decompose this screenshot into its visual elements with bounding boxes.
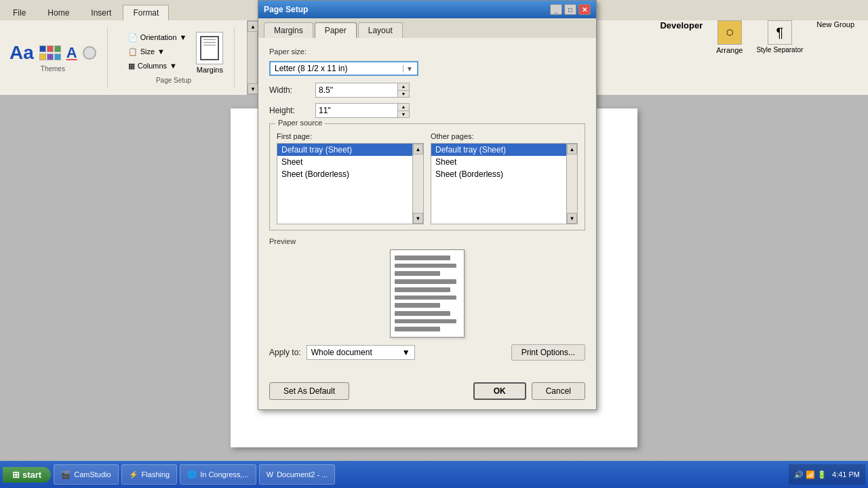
taskbar-item-document[interactable]: W Document2 - ... [259, 464, 336, 485]
other-pages-scroll-up[interactable]: ▲ [567, 144, 577, 155]
first-page-scrollbar[interactable]: ▲ ▼ [412, 144, 423, 224]
scroll-down-btn[interactable]: ▼ [248, 83, 258, 94]
ok-button[interactable]: OK [473, 382, 526, 400]
paper-size-arrow-icon: ▼ [403, 65, 413, 73]
other-pages-item-2[interactable]: Sheet (Borderless) [431, 168, 577, 180]
congress-label: In Congress,... [200, 470, 249, 479]
dialog-tab-layout[interactable]: Layout [358, 22, 403, 38]
preview-line-6 [395, 296, 456, 300]
size-icon: 📋 [128, 47, 138, 56]
width-up-button[interactable]: ▲ [398, 83, 409, 90]
paper-source-groupbox: Paper source First page: Default tray (S… [269, 123, 585, 230]
taskbar-item-congress[interactable]: 🌐 In Congress,... [180, 464, 256, 485]
developer-group: Developer [660, 20, 703, 54]
maximize-button[interactable]: □ [564, 4, 576, 15]
print-options-button[interactable]: Print Options... [511, 344, 585, 361]
width-input[interactable] [316, 83, 397, 97]
first-page-scroll-up[interactable]: ▲ [413, 144, 423, 155]
new-group-label: New Group [816, 20, 854, 28]
scroll-up-btn[interactable]: ▲ [248, 21, 258, 32]
dialog-tab-bar: Margins Paper Layout [258, 18, 596, 38]
other-pages-col: Other pages: Default tray (Sheet) Sheet … [431, 132, 578, 224]
other-pages-scroll-down[interactable]: ▼ [567, 213, 577, 224]
width-down-button[interactable]: ▼ [398, 90, 409, 97]
minimize-button[interactable]: _ [550, 4, 562, 15]
circle-icon [83, 46, 96, 60]
size-dropdown-arrow: ▼ [157, 47, 165, 56]
browser-icon: 🌐 [187, 470, 197, 479]
ribbon-right-area: Developer ⬡ Arrange ¶ Style Separator Ne… [660, 20, 854, 54]
margins-label: Margins [197, 66, 223, 74]
taskbar-item-camstudio[interactable]: 🎬 CamStudio [54, 464, 118, 485]
preview-line-1 [395, 256, 450, 260]
height-spinbox[interactable]: ▲ ▼ [315, 103, 410, 118]
size-button[interactable]: 📋 Size ▼ [124, 46, 191, 58]
width-spinbox-buttons: ▲ ▼ [397, 83, 409, 97]
height-input[interactable] [316, 104, 397, 117]
margins-button[interactable]: Margins [196, 32, 223, 74]
start-label: start [22, 470, 41, 480]
first-page-item-1[interactable]: Sheet [277, 156, 423, 168]
apply-to-combo[interactable]: Whole document ▼ [307, 345, 415, 360]
preview-line-4 [395, 279, 456, 284]
taskbar-item-flashing[interactable]: ⚡ Flashing [121, 464, 178, 485]
height-up-button[interactable]: ▲ [398, 104, 409, 110]
preview-box [390, 249, 465, 338]
other-pages-label: Other pages: [431, 132, 578, 140]
preview-line-9 [395, 319, 456, 324]
paper-size-section-label: Paper size: [269, 47, 585, 56]
columns-button[interactable]: ▦ Columns ▼ [124, 60, 191, 72]
titlebar-buttons: _ □ ✕ [550, 4, 591, 15]
color-swatches [39, 45, 61, 60]
dialog-tab-margins[interactable]: Margins [264, 22, 313, 38]
first-page-item-2[interactable]: Sheet (Borderless) [277, 168, 423, 180]
arrange-label: Arrange [716, 46, 743, 54]
font-style-a-icon: A [66, 44, 77, 62]
paper-size-combo[interactable]: Letter (8 1/2 x 11 in) ▼ [269, 61, 418, 76]
style-separator-group: ¶ Style Separator [756, 20, 803, 54]
first-page-col: First page: Default tray (Sheet) Sheet S… [277, 132, 424, 224]
camstudio-icon: 🎬 [61, 470, 71, 479]
dialog-tab-paper[interactable]: Paper [315, 22, 357, 38]
style-separator-icon: ¶ [768, 20, 792, 45]
columns-icon: ▦ [128, 62, 135, 70]
dialog-title: Page Setup [264, 5, 308, 14]
dialog-titlebar: Page Setup _ □ ✕ [258, 1, 596, 18]
apply-row: Apply to: Whole document ▼ Print Options… [269, 344, 585, 361]
other-pages-item-0[interactable]: Default tray (Sheet) [431, 144, 577, 156]
windows-logo-icon: ⊞ [12, 470, 20, 480]
other-pages-scrollbar[interactable]: ▲ ▼ [566, 144, 577, 224]
set-as-default-button[interactable]: Set As Default [269, 382, 349, 400]
taskbar: ⊞ start 🎬 CamStudio ⚡ Flashing 🌐 In Cong… [0, 461, 868, 488]
first-page-item-0[interactable]: Default tray (Sheet) [277, 144, 423, 156]
orientation-dropdown-arrow: ▼ [180, 33, 187, 41]
flashing-label: Flashing [142, 470, 170, 479]
first-page-scroll-down[interactable]: ▼ [413, 213, 423, 224]
width-spinbox[interactable]: ▲ ▼ [315, 83, 410, 98]
themes-group-label: Themes [41, 65, 65, 73]
start-button[interactable]: ⊞ start [3, 467, 51, 483]
other-pages-listbox[interactable]: Default tray (Sheet) Sheet Sheet (Border… [431, 143, 578, 224]
system-icons: 🔊 📶 🔋 [794, 470, 827, 479]
apply-label: Apply to: [269, 348, 301, 357]
preview-line-7 [395, 303, 440, 308]
tab-file[interactable]: File [3, 5, 36, 20]
other-pages-item-1[interactable]: Sheet [431, 156, 577, 168]
tab-format[interactable]: Format [123, 5, 169, 20]
width-label: Width: [269, 85, 310, 95]
ribbon-scrollbar[interactable]: ▲ ▼ [247, 20, 258, 95]
preview-line-3 [395, 271, 440, 276]
preview-line-2 [395, 264, 456, 268]
first-page-listbox[interactable]: Default tray (Sheet) Sheet Sheet (Border… [277, 143, 424, 224]
tab-insert[interactable]: Insert [81, 5, 121, 20]
height-down-button[interactable]: ▼ [398, 110, 409, 117]
orientation-button[interactable]: 📄 Orientation ▼ [124, 32, 191, 43]
themes-aa-icon: Aa [9, 43, 34, 62]
cancel-button[interactable]: Cancel [532, 382, 585, 400]
close-button[interactable]: ✕ [578, 4, 591, 15]
height-spinbox-buttons: ▲ ▼ [397, 104, 409, 117]
footer-right: OK Cancel [473, 382, 585, 400]
tab-home[interactable]: Home [37, 5, 79, 20]
page-setup-group-label: Page Setup [156, 77, 191, 84]
ribbon-group-themes: Aa A [7, 27, 108, 88]
